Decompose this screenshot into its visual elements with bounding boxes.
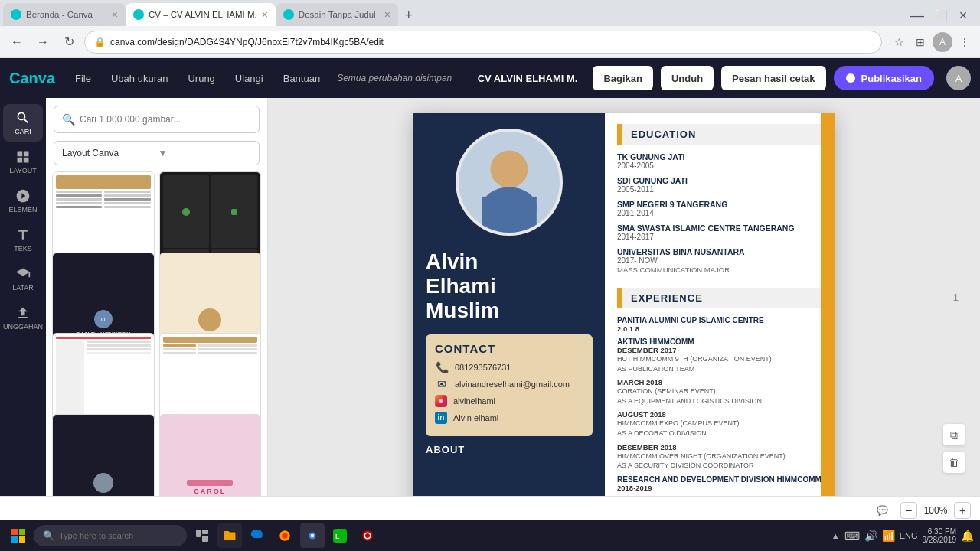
maximize-button[interactable]: ⬜ — [929, 5, 951, 26]
sidebar-item-text[interactable]: TEKS — [3, 221, 43, 259]
cv-about-section: ABOUT — [426, 444, 593, 458]
comment-button[interactable]: 💬 — [877, 505, 888, 516]
cv-edu-item-3: SMP NEGERI 9 TANGERANG 2011-2014 — [617, 200, 822, 217]
cv-linkedin-text: Alvin elhami — [453, 413, 498, 422]
tool-search-input[interactable] — [80, 114, 251, 125]
sidebar-item-background[interactable]: LATAR — [3, 260, 43, 298]
taskbar-search-input[interactable] — [59, 531, 151, 540]
tab-close-2[interactable]: × — [262, 8, 268, 21]
canva-sidebar: CARI LAYOUT ELEMEN TEKS LATAR — [0, 98, 46, 496]
cv-education-header: EDUCATION — [617, 124, 822, 145]
zoom-in-button[interactable]: + — [954, 502, 971, 519]
svg-rect-4 — [11, 529, 18, 535]
cv-exp-item-4: AUGUST 2018 HIMMCOMM EXPO (CAMPUS EVENT)… — [617, 410, 822, 438]
language-label: ENG — [900, 531, 918, 540]
print-button[interactable]: Pesan hasil cetak — [721, 66, 825, 90]
zoom-value: 100% — [920, 505, 951, 516]
canva-app: Canva File Ubah ukuran Urung Ulangi Bant… — [0, 58, 980, 523]
cv-name[interactable]: Alvin Elhami Muslim — [426, 249, 593, 324]
layout-grid: GRATIS D DANIEL KENNEDY — [46, 171, 267, 496]
chrome-button[interactable] — [300, 523, 325, 548]
file-explorer-button[interactable] — [217, 523, 242, 548]
cv-exp-list: PANITIA ALUMNI CUP ISLAMIC CENTRE 2 0 1 … — [617, 316, 822, 492]
tool-search-box[interactable]: 🔍 — [54, 106, 260, 133]
up-arrow-icon[interactable]: ▲ — [831, 531, 840, 540]
publish-button[interactable]: Publikasikan — [834, 66, 934, 90]
minimize-button[interactable]: — — [906, 5, 928, 26]
menu-redo[interactable]: Ulangi — [229, 70, 270, 87]
svg-point-1 — [490, 151, 528, 188]
cv-document: ✥ Alvin Elhami Muslim CONTACT 📞 — [413, 113, 835, 496]
address-input[interactable]: 🔒 canva.com/design/DADG4S4YNpQ/J6noxEi7t… — [84, 31, 882, 54]
new-tab-button[interactable]: + — [398, 5, 420, 26]
template-card-7[interactable]: ANITA WEST — [52, 414, 155, 497]
taskbar: 🔍 L ▲ ⌨ 🔊 📶 ENG 6:30 PM 9 — [0, 520, 980, 551]
address-bar-row: ← → ↻ 🔒 canva.com/design/DADG4S4YNpQ/J6n… — [0, 26, 980, 58]
user-avatar[interactable]: A — [946, 66, 971, 90]
sidebar-item-upload[interactable]: UNGGAHAN — [3, 299, 43, 337]
cv-phone-text: 081293576731 — [455, 363, 511, 372]
cv-exp-item-1: PANITIA ALUMNI CUP ISLAMIC CENTRE 2 0 1 … — [617, 316, 822, 333]
taskbar-tray: ▲ ⌨ 🔊 📶 ENG 6:30 PM 9/28/2019 🔔 — [831, 527, 974, 544]
volume-icon[interactable]: 🔊 — [864, 530, 877, 542]
reload-button[interactable]: ↻ — [58, 31, 80, 53]
search-icon: 🔍 — [43, 530, 54, 541]
task-view-button[interactable] — [190, 523, 214, 548]
close-button[interactable]: × — [952, 5, 974, 26]
menu-help[interactable]: Bantuan — [277, 70, 326, 87]
start-button[interactable] — [6, 523, 31, 548]
tab-beranda[interactable]: Beranda - Canva × — [3, 3, 126, 26]
cv-about-title: ABOUT — [426, 444, 593, 455]
notification-button[interactable]: 🔔 — [961, 530, 974, 542]
menu-undo[interactable]: Urung — [181, 70, 220, 87]
sidebar-item-elements[interactable]: ELEMEN — [3, 182, 43, 220]
tab-cv-alvin[interactable]: CV – CV ALVIN ELHAMI M. × — [126, 3, 276, 26]
sidebar-label-elements: ELEMEN — [8, 206, 37, 214]
canva-bottom-bar: 💬 − 100% + — [0, 496, 980, 523]
svg-text:L: L — [335, 533, 340, 540]
sidebar-item-search[interactable]: CARI — [3, 104, 43, 142]
keyboard-icon[interactable]: ⌨ — [844, 530, 860, 542]
share-button[interactable]: Bagikan — [593, 66, 653, 90]
svg-rect-7 — [19, 536, 25, 543]
zoom-control: − 100% + — [900, 502, 971, 519]
secure-icon: 🔒 — [94, 37, 106, 47]
layout-dropdown[interactable]: Layout Canva ▼ — [54, 141, 260, 165]
cv-photo-frame[interactable]: ✥ — [456, 129, 563, 236]
network-icon[interactable]: 📶 — [882, 530, 895, 542]
menu-button[interactable]: ⋮ — [956, 33, 974, 51]
cv-left-panel: ✥ Alvin Elhami Muslim CONTACT 📞 — [413, 113, 605, 496]
tab-desain[interactable]: Desain Tanpa Judul × — [276, 3, 398, 26]
menu-resize[interactable]: Ubah ukuran — [105, 70, 174, 87]
edge-button[interactable] — [245, 523, 270, 548]
cv-experience-header: EXPERIENCE — [617, 288, 822, 308]
canva-logo[interactable]: Canva — [9, 70, 55, 87]
extensions-button[interactable]: ⊞ — [911, 33, 929, 51]
line-button[interactable]: L — [328, 523, 352, 548]
cv-edu-item-1: TK GUNUNG JATI 2004-2005 — [617, 152, 822, 170]
download-button[interactable]: Unduh — [661, 66, 714, 90]
taskbar-search[interactable]: 🔍 — [34, 525, 187, 546]
tabs-bar: Beranda - Canva × CV – CV ALVIN ELHAMI M… — [0, 0, 980, 26]
cv-email-text: alvinandreselhami@gmail.com — [455, 380, 570, 389]
tab-close-1[interactable]: × — [112, 8, 118, 21]
page-number: 1 — [953, 292, 959, 303]
svg-point-17 — [362, 530, 373, 541]
svg-point-12 — [282, 533, 288, 539]
menu-file[interactable]: File — [69, 70, 97, 87]
back-button[interactable]: ← — [6, 31, 28, 53]
firefox-button[interactable] — [273, 523, 297, 548]
sidebar-item-layout[interactable]: LAYOUT — [3, 143, 43, 181]
template-card-8[interactable]: CAROL GRATIS — [159, 414, 262, 497]
forward-button[interactable]: → — [32, 31, 54, 53]
sidebar-label-background: LATAR — [12, 284, 34, 292]
profile-button[interactable]: A — [933, 32, 952, 52]
zoom-out-button[interactable]: − — [900, 502, 917, 519]
copy-page-button[interactable]: ⧉ — [943, 424, 965, 445]
cv-contact-email: ✉ alvinandreselhami@gmail.com — [435, 378, 583, 390]
delete-page-button[interactable]: 🗑 — [943, 452, 965, 473]
tab-close-3[interactable]: × — [384, 8, 390, 21]
cv-edu-item-4: SMA SWASTA ISLAMIC CENTRE TANGERANG 2014… — [617, 223, 822, 241]
opera-button[interactable] — [355, 523, 380, 548]
bookmark-button[interactable]: ☆ — [890, 33, 908, 51]
